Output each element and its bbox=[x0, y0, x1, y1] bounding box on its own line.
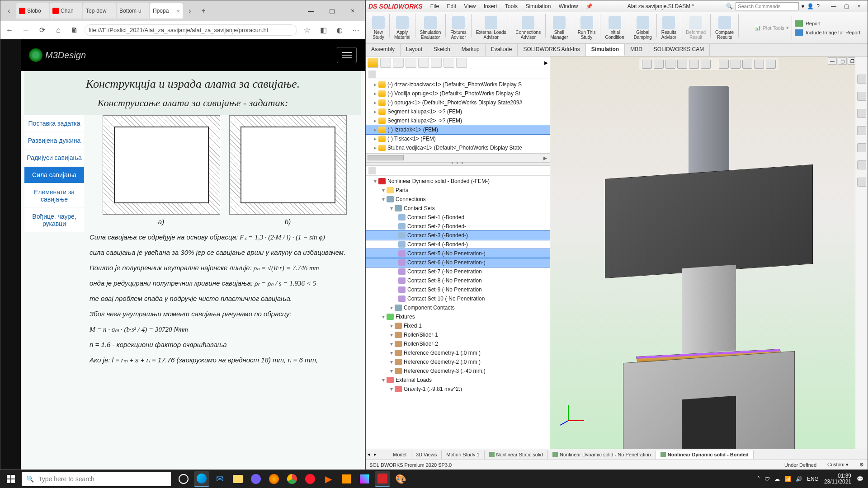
taskpane-btn[interactable] bbox=[857, 126, 866, 135]
btab-nav[interactable]: ◂ bbox=[366, 451, 372, 457]
cmd-connections[interactable]: ConnectionsAdvisor bbox=[512, 14, 545, 42]
taskpane-btn[interactable] bbox=[857, 92, 866, 101]
cmd-initial[interactable]: InitialCondition bbox=[601, 14, 627, 42]
window-maximize[interactable]: ▢ bbox=[321, 4, 342, 18]
start-button[interactable] bbox=[0, 470, 22, 488]
fm-btn[interactable] bbox=[456, 58, 467, 68]
vt-btn[interactable] bbox=[665, 60, 675, 69]
triad-icon[interactable] bbox=[564, 403, 586, 426]
doc-min[interactable]: — bbox=[828, 57, 837, 65]
btab-2[interactable]: Motion Study 1 bbox=[442, 450, 484, 459]
taskpane-btn[interactable] bbox=[857, 75, 866, 84]
cmd-results[interactable]: ResultsAdvisor bbox=[658, 14, 680, 42]
tray-cloud-icon[interactable]: ☁ bbox=[774, 476, 780, 482]
contact-set-item[interactable]: Contact Set-3 (-Bonded-) bbox=[366, 231, 550, 240]
fixture-item[interactable]: ▾Reference Geometry-2 (:0 mm:) bbox=[366, 357, 550, 366]
graphics-viewport[interactable]: — ▢ ❐ × bbox=[550, 56, 868, 449]
cmd-compare[interactable]: CompareResults bbox=[712, 14, 737, 42]
hamburger-menu[interactable] bbox=[337, 47, 357, 63]
tray-clock[interactable]: 01:39 23/11/2021 bbox=[824, 473, 851, 485]
vt-btn[interactable] bbox=[742, 60, 752, 69]
sidebar-item-3[interactable]: Сила савијања bbox=[24, 167, 84, 183]
taskpane-btn[interactable] bbox=[857, 178, 866, 187]
feature-item[interactable]: ▸(-) Izradak<1> (FEM) bbox=[366, 125, 550, 134]
tray-lang[interactable]: ENG bbox=[807, 476, 819, 482]
fm-btn[interactable] bbox=[443, 58, 454, 68]
sidebar-item-2[interactable]: Радијуси савијања bbox=[24, 150, 84, 166]
sw-maximize[interactable]: ▢ bbox=[840, 2, 852, 10]
star-icon[interactable]: ☆ bbox=[301, 24, 313, 37]
btab-4[interactable]: Nonlinear Dynamic solid - No Penetration bbox=[548, 450, 656, 459]
taskbar-search[interactable]: 🔍Type here to search bbox=[22, 472, 171, 486]
cmd-fixtures[interactable]: FixturesAdvisor bbox=[447, 14, 470, 42]
tab-3[interactable]: Bottom-u bbox=[117, 3, 149, 19]
fm-btn[interactable] bbox=[393, 58, 404, 68]
explorer-icon[interactable] bbox=[230, 471, 245, 487]
edge-icon[interactable] bbox=[194, 471, 209, 487]
btab-3[interactable]: Nonlinear Static solid bbox=[485, 450, 548, 459]
fixture-item[interactable]: ▾Roller/Slider-1 bbox=[366, 330, 550, 339]
cm-tab-solidworks-cam[interactable]: SOLIDWORKS CAM bbox=[648, 44, 710, 56]
status-icon[interactable]: ⚙ bbox=[859, 462, 864, 468]
tab-4[interactable]: Прора× bbox=[150, 3, 183, 19]
feature-item[interactable]: ▸Segment kalupa<2> ->? (FEM) bbox=[366, 116, 550, 125]
contact-set-item[interactable]: Contact Set-5 (-No Penetration-) bbox=[366, 249, 550, 258]
tray-wifi-icon[interactable]: 📶 bbox=[784, 476, 791, 482]
study-node[interactable]: ▾Nonlinear Dynamic solid - Bonded (-FEM-… bbox=[366, 177, 550, 186]
vt-btn[interactable] bbox=[642, 60, 652, 69]
window-minimize[interactable]: — bbox=[301, 4, 321, 18]
fm-filter[interactable] bbox=[366, 69, 550, 79]
contact-set-item[interactable]: Contact Set-4 (-Bonded-) bbox=[366, 240, 550, 249]
vlc-icon[interactable]: ▶ bbox=[321, 471, 336, 487]
tray-chevron-icon[interactable]: ˄ bbox=[757, 476, 760, 482]
cm-tab-mbd[interactable]: MBD bbox=[625, 44, 648, 56]
pane-splitter[interactable] bbox=[366, 162, 550, 166]
cm-tab-markup[interactable]: Markup bbox=[456, 44, 486, 56]
component-contacts-node[interactable]: ▾Component Contacts bbox=[366, 303, 550, 312]
fixture-item[interactable]: ▾Reference Geometry-3 (:-40 mm:) bbox=[366, 366, 550, 375]
parts-node[interactable]: ▾Parts bbox=[366, 186, 550, 195]
viber-icon[interactable] bbox=[248, 471, 264, 487]
contact-sets-node[interactable]: ▾Contact Sets bbox=[366, 204, 550, 213]
status-custom[interactable]: Custom ▾ bbox=[827, 462, 849, 468]
gravity-item[interactable]: ▾Gravity-1 (:-9.81 m/s^2:) bbox=[366, 385, 550, 394]
fm-btn[interactable] bbox=[380, 58, 391, 68]
opera-icon[interactable] bbox=[302, 471, 318, 487]
nav-reload[interactable]: ⟳ bbox=[36, 24, 48, 37]
taskpane-btn[interactable] bbox=[857, 160, 866, 169]
btab-1[interactable]: 3D Views bbox=[411, 450, 442, 459]
nav-fwd[interactable]: → bbox=[19, 24, 32, 37]
sublime-icon[interactable] bbox=[339, 471, 354, 487]
cmd-external-loads[interactable]: External LoadsAdvisor bbox=[472, 14, 510, 42]
vt-btn[interactable] bbox=[701, 60, 711, 69]
help-icon[interactable]: ? bbox=[816, 3, 820, 9]
report-button[interactable]: Report bbox=[795, 20, 821, 27]
cm-tab-simulation[interactable]: Simulation bbox=[586, 44, 625, 56]
contact-set-item[interactable]: Contact Set-2 (-Bonded- bbox=[366, 222, 550, 231]
vt-btn[interactable] bbox=[719, 60, 729, 69]
vt-btn[interactable] bbox=[689, 60, 699, 69]
vt-btn[interactable] bbox=[766, 60, 776, 69]
fm-btn[interactable] bbox=[418, 58, 429, 68]
fixture-item[interactable]: ▾Roller/Slider-2 bbox=[366, 339, 550, 348]
cmd-simulation[interactable]: SimulationEvaluator bbox=[416, 14, 445, 42]
search-dropdown-icon[interactable]: ▾ bbox=[802, 3, 804, 9]
window-close[interactable]: × bbox=[342, 4, 363, 18]
vt-btn[interactable] bbox=[731, 60, 741, 69]
cm-tab-sketch[interactable]: Sketch bbox=[428, 44, 456, 56]
fixture-item[interactable]: ▾Reference Geometry-1 (:0 mm:) bbox=[366, 348, 550, 357]
connections-node[interactable]: ▾Connections bbox=[366, 195, 550, 204]
reader-icon[interactable]: ◧ bbox=[317, 24, 330, 37]
cmd-run-this[interactable]: Run ThisStudy bbox=[574, 14, 599, 42]
btab-nav[interactable]: ▸ bbox=[372, 451, 378, 457]
cmd-global[interactable]: GlobalDamping bbox=[630, 14, 656, 42]
chrome-icon[interactable] bbox=[284, 471, 300, 487]
tray-notifications-icon[interactable]: 💬 bbox=[857, 476, 863, 482]
menu-view[interactable]: View bbox=[464, 3, 476, 9]
contact-set-item[interactable]: Contact Set-1 (-Bonded bbox=[366, 213, 550, 222]
sidebar-item-4[interactable]: Елеменати за савијање bbox=[24, 184, 84, 207]
cmd-apply[interactable]: ApplyMaterial bbox=[391, 14, 414, 42]
cmd-shell[interactable]: ShellManager bbox=[547, 14, 571, 42]
close-icon[interactable]: × bbox=[175, 8, 180, 14]
fm-btn[interactable] bbox=[406, 58, 416, 68]
